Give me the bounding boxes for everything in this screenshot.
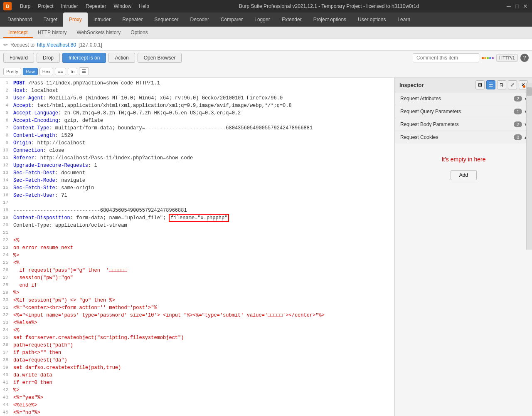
- tab-extender[interactable]: Extender: [276, 12, 308, 27]
- subnav-intercept[interactable]: Intercept: [3, 28, 33, 38]
- request-prefix: Request to: [10, 42, 34, 48]
- code-line-6: 6Accept-Encoding: gzip, deflate: [0, 117, 394, 124]
- inspector-list-icon[interactable]: ☰: [486, 80, 495, 89]
- format-raw-button[interactable]: Raw: [23, 68, 38, 75]
- code-line-3: 3User-Agent: Mozilla/5.0 (Windows NT 10.…: [0, 94, 394, 102]
- drop-button[interactable]: Drop: [37, 53, 60, 63]
- tab-user-options[interactable]: User options: [352, 12, 392, 27]
- intercept-on-button[interactable]: Intercept is on: [62, 53, 106, 63]
- menu-window[interactable]: Window: [110, 2, 135, 10]
- format-newline-button[interactable]: \n: [68, 68, 77, 75]
- comment-input[interactable]: [413, 53, 479, 62]
- code-line-33: 33<%else%>: [0, 319, 394, 327]
- menu-repeater[interactable]: Repeater: [82, 2, 109, 10]
- subnav-http-history[interactable]: HTTP history: [33, 28, 72, 38]
- inspector-section-query-header[interactable]: Request Query Parameters 1 ▾: [395, 105, 532, 118]
- help-button[interactable]: ?: [520, 54, 529, 62]
- sub-nav: Intercept HTTP history WebSockets histor…: [0, 27, 532, 39]
- format-pretty-button[interactable]: Pretty: [3, 68, 21, 75]
- format-wrap-button[interactable]: ≡≡: [55, 68, 66, 75]
- code-editor[interactable]: 1POST /Pass-11/index.php?action=show_cod…: [0, 78, 395, 416]
- inspector-panel: Inspector ⊞ ☰ ⇅ ⤢ ✕ Request Attributes 2: [395, 78, 532, 416]
- code-line-34: 34<%: [0, 327, 394, 334]
- code-line-37: 37if path<>"" then: [0, 349, 394, 357]
- request-bar: ✏ Request to http://localhost:80 [127.0.…: [0, 39, 532, 51]
- code-line-23: 23on error resume next: [0, 244, 394, 252]
- code-line-45: 45<%="no"%>: [0, 409, 394, 416]
- close-button[interactable]: ✕: [522, 3, 529, 10]
- tab-learn[interactable]: Learn: [392, 12, 416, 27]
- inspector-scrollbar[interactable]: [526, 83, 532, 250]
- code-line-44: 44<%else%>: [0, 401, 394, 409]
- menu-bar: Burp Project Intruder Repeater Window He…: [17, 2, 153, 10]
- inspector-section-cookies: Request Cookies 0 ▴ It's empty in here A…: [395, 131, 532, 416]
- code-line-39: 39set da=fso.createtextfile(path,true): [0, 364, 394, 371]
- main-nav: Dashboard Target Proxy Intruder Repeater…: [0, 12, 532, 27]
- code-line-20: 20Content-Type: application/octet-stream: [0, 222, 394, 229]
- tab-comparer[interactable]: Comparer: [215, 12, 249, 27]
- inspector-section-body-count: 2: [514, 121, 522, 127]
- subnav-options[interactable]: Options: [126, 28, 153, 38]
- tab-target[interactable]: Target: [38, 12, 63, 27]
- format-hex-button[interactable]: Hex: [39, 68, 54, 75]
- pencil-icon: ✏: [3, 42, 8, 48]
- minimize-button[interactable]: ─: [505, 3, 512, 10]
- code-line-42: 42%>: [0, 386, 394, 394]
- inspector-grid-icon[interactable]: ⊞: [475, 80, 485, 89]
- tab-logger[interactable]: Logger: [249, 12, 276, 27]
- action-button[interactable]: Action: [108, 53, 135, 63]
- tab-project-options[interactable]: Project options: [308, 12, 352, 27]
- subnav-websockets-history[interactable]: WebSockets history: [72, 28, 126, 38]
- code-line-10: 10Connection: close: [0, 147, 394, 154]
- code-line-9: 9Origin: http://localhost: [0, 139, 394, 147]
- code-line-36: 36path=request("path"): [0, 342, 394, 349]
- tab-dashboard[interactable]: Dashboard: [2, 12, 38, 27]
- code-line-11: 11Referer: http://localhost/Pass-11/inde…: [0, 154, 394, 162]
- code-line-38: 38data=request("da"): [0, 357, 394, 364]
- inspector-expand-icon[interactable]: ⤢: [508, 80, 517, 89]
- tab-intruder[interactable]: Intruder: [88, 12, 116, 27]
- menu-project[interactable]: Project: [34, 2, 57, 10]
- inspector-section-query-count: 1: [514, 109, 522, 114]
- code-line-19: 19Content-Disposition: form-data; name="…: [0, 214, 394, 222]
- request-url: http://localhost:80: [37, 42, 76, 48]
- menu-help[interactable]: Help: [135, 2, 153, 10]
- toolbar: Forward Drop Intercept is on Action Open…: [0, 51, 532, 65]
- add-cookie-button[interactable]: Add: [451, 170, 477, 180]
- inspector-section-attributes-count: 2: [514, 96, 522, 102]
- tab-decoder[interactable]: Decoder: [185, 12, 215, 27]
- open-browser-button[interactable]: Open Browser: [138, 53, 182, 63]
- scroll-mark-1: [523, 85, 525, 88]
- inspector-section-attributes-header[interactable]: Request Attributes 2 ▾: [395, 92, 532, 105]
- code-line-41: 41if err=0 then: [0, 379, 394, 386]
- code-line-27: 27 session("pw")="go": [0, 274, 394, 282]
- code-line-15: 15Sec-Fetch-Site: same-origin: [0, 184, 394, 192]
- inspector-sort-icon[interactable]: ⇅: [497, 80, 506, 89]
- inspector-section-cookies-header[interactable]: Request Cookies 0 ▴: [395, 131, 532, 144]
- inspector-header: Inspector ⊞ ☰ ⇅ ⤢ ✕: [395, 78, 532, 92]
- menu-intruder[interactable]: Intruder: [58, 2, 81, 10]
- maximize-button[interactable]: □: [514, 3, 520, 10]
- format-menu-button[interactable]: ☰: [79, 67, 89, 75]
- inspector-section-cookies-title: Request Cookies: [400, 134, 438, 140]
- code-line-1: 1POST /Pass-11/index.php?action=show_cod…: [0, 79, 394, 87]
- app-logo: B: [3, 2, 12, 10]
- code-line-25: 25<%: [0, 259, 394, 267]
- inspector-section-cookies-count: 0: [514, 134, 522, 140]
- menu-burp[interactable]: Burp: [17, 2, 34, 10]
- code-line-43: 43<%="yes"%>: [0, 394, 394, 401]
- title-bar: B Burp Project Intruder Repeater Window …: [0, 0, 532, 12]
- scrollbar-thumb[interactable]: [527, 87, 532, 96]
- code-line-16: 16Sec-Fetch-User: ?1: [0, 192, 394, 199]
- code-line-22: 22<%: [0, 237, 394, 244]
- tab-proxy[interactable]: Proxy: [63, 12, 88, 27]
- inspector-section-body-header[interactable]: Request Body Parameters 2 ▾: [395, 118, 532, 131]
- tab-sequencer[interactable]: Sequencer: [149, 12, 185, 27]
- inspector-section-attributes: Request Attributes 2 ▾: [395, 92, 532, 105]
- code-line-31: 31<%="<center><br><form action='' method…: [0, 304, 394, 312]
- forward-button[interactable]: Forward: [3, 53, 34, 63]
- code-line-4: 4Accept: text/html,application/xhtml+xml…: [0, 102, 394, 109]
- tab-repeater[interactable]: Repeater: [116, 12, 148, 27]
- format-bar: Pretty Raw Hex ≡≡ \n ☰: [0, 65, 532, 78]
- code-line-7: 7Content-Type: multipart/form-data; boun…: [0, 124, 394, 132]
